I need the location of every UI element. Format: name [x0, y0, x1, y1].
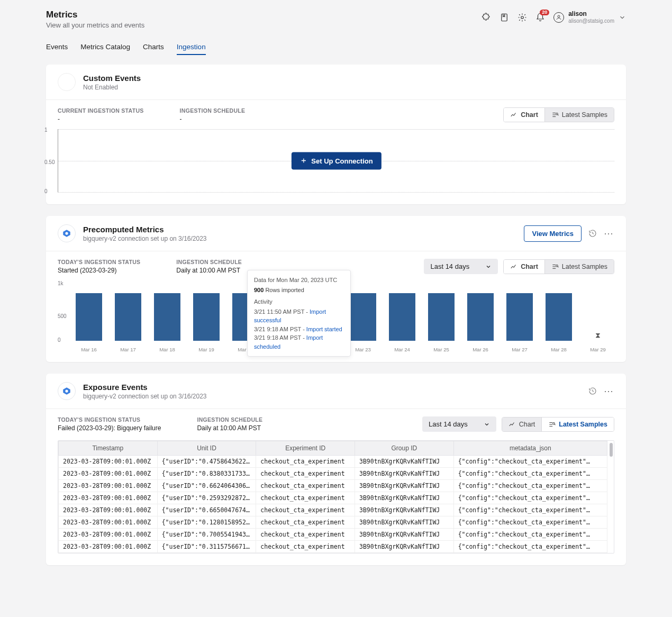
- bookmark-icon[interactable]: [500, 13, 509, 22]
- samples-toggle[interactable]: Latest Samples: [544, 108, 614, 122]
- view-toggle: Chart Latest Samples: [503, 259, 614, 274]
- bar: ⧗: [582, 331, 614, 341]
- table-row[interactable]: 2023-03-28T09:00:01.000Z{"userID":"0.259…: [59, 492, 607, 504]
- tab-metrics-catalog[interactable]: Metrics Catalog: [80, 43, 130, 55]
- empty-chart: 1 0.50 0 Set Up Connection: [58, 129, 614, 193]
- date-range-dropdown[interactable]: Last 14 days: [424, 259, 498, 274]
- column-header[interactable]: Experiment ID: [256, 441, 355, 456]
- bigquery-icon: [58, 382, 76, 400]
- bar: [72, 293, 105, 341]
- chart-tooltip: Data for Mon Mar 20, 2023 UTC 900 Rows i…: [247, 270, 351, 357]
- chevron-down-icon: [485, 264, 492, 270]
- avatar-icon: [553, 12, 564, 23]
- table-row[interactable]: 2023-03-28T09:00:01.000Z{"userID":"0.475…: [59, 456, 607, 468]
- svg-point-1: [521, 16, 524, 19]
- chevron-down-icon: [619, 14, 626, 21]
- table-row[interactable]: 2023-03-28T09:00:01.000Z{"userID":"0.665…: [59, 504, 607, 516]
- svg-point-2: [558, 15, 560, 17]
- card-exposure-events: Exposure Events bigquery-v2 connection s…: [46, 374, 626, 565]
- schedule-value: Daily at 10:00 AM PST: [197, 424, 262, 432]
- bar: [503, 293, 536, 341]
- table-row[interactable]: 2023-03-28T09:00:01.000Z{"userID":"0.838…: [59, 468, 607, 480]
- puzzle-icon[interactable]: [482, 13, 491, 22]
- samples-table: TimestampUnit IDExperiment IDGroup IDmet…: [58, 440, 614, 554]
- chart-toggle[interactable]: Chart: [502, 418, 542, 431]
- table-row[interactable]: 2023-03-28T09:00:01.000Z{"userID":"0.311…: [59, 541, 607, 553]
- schedule-label: INGESTION SCHEDULE: [180, 107, 246, 114]
- history-icon[interactable]: [587, 385, 598, 397]
- status-label: TODAY'S INGESTION STATUS: [58, 416, 161, 423]
- date-range-dropdown[interactable]: Last 14 days: [422, 416, 496, 432]
- card-title: Custom Events: [83, 74, 141, 83]
- table-row[interactable]: 2023-03-28T09:00:01.000Z{"userID":"0.700…: [59, 529, 607, 541]
- status-label: TODAY'S INGESTION STATUS: [58, 259, 140, 265]
- tab-ingestion[interactable]: Ingestion: [177, 43, 206, 55]
- schedule-label: INGESTION SCHEDULE: [197, 416, 262, 423]
- chevron-down-icon: [484, 421, 490, 428]
- view-toggle: Chart Latest Samples: [503, 107, 614, 122]
- view-metrics-button[interactable]: View Metrics: [524, 225, 582, 242]
- column-header[interactable]: Group ID: [355, 441, 453, 456]
- bar: [347, 293, 379, 341]
- status-label: CURRENT INGESTION STATUS: [58, 107, 144, 114]
- svg-point-8: [65, 389, 68, 392]
- schedule-label: INGESTION SCHEDULE: [176, 259, 242, 265]
- card-title: Precomputed Metrics: [83, 225, 207, 234]
- bell-icon[interactable]: 20: [535, 13, 545, 22]
- column-header[interactable]: Timestamp: [59, 441, 158, 456]
- source-icon-empty: [58, 73, 76, 91]
- status-value: Failed (2023-03-29): Bigquery failure: [58, 424, 161, 432]
- user-name: alison: [568, 11, 614, 18]
- user-menu[interactable]: alison alison@statsig.com: [553, 11, 626, 24]
- table-row[interactable]: 2023-03-28T09:00:01.000Z{"userID":"0.662…: [59, 480, 607, 492]
- status-value: -: [58, 115, 144, 123]
- more-icon[interactable]: ⋯: [604, 229, 614, 238]
- setup-connection-button[interactable]: Set Up Connection: [291, 152, 381, 169]
- ingestion-bar-chart: 1k 500 0 ⧗ Mar 16Mar 17Mar 18Mar 19Mar 2…: [58, 282, 614, 350]
- column-header[interactable]: metadata_json: [453, 441, 607, 456]
- bar: [151, 293, 184, 341]
- user-email: alison@statsig.com: [568, 18, 614, 24]
- tab-charts[interactable]: Charts: [143, 43, 164, 55]
- samples-toggle[interactable]: Latest Samples: [544, 260, 614, 274]
- history-icon[interactable]: [587, 228, 598, 239]
- schedule-value: Daily at 10:00 AM PST: [176, 267, 242, 274]
- notification-badge: 20: [540, 10, 549, 15]
- svg-point-5: [65, 232, 68, 234]
- status-value: Started (2023-03-29): [58, 267, 140, 274]
- tooltip-activity-link[interactable]: Import started: [306, 326, 342, 332]
- more-icon[interactable]: ⋯: [604, 386, 614, 396]
- bar: [386, 293, 419, 341]
- tab-events[interactable]: Events: [46, 43, 68, 55]
- chart-toggle[interactable]: Chart: [504, 108, 544, 122]
- schedule-value: -: [180, 115, 246, 123]
- svg-rect-0: [502, 14, 507, 21]
- chart-toggle[interactable]: Chart: [504, 260, 544, 274]
- card-subtitle: bigquery-v2 connection set up on 3/16/20…: [83, 393, 207, 400]
- bar: [542, 293, 575, 341]
- bigquery-icon: [58, 224, 76, 242]
- samples-toggle[interactable]: Latest Samples: [541, 418, 614, 431]
- view-toggle: Chart Latest Samples: [502, 417, 614, 432]
- bar: [112, 293, 144, 341]
- card-custom-events: Custom Events Not Enabled CURRENT INGEST…: [46, 65, 626, 204]
- card-title: Exposure Events: [83, 383, 207, 392]
- card-subtitle: Not Enabled: [83, 84, 141, 91]
- table-row[interactable]: 2023-03-28T09:00:01.000Z{"userID":"0.128…: [59, 516, 607, 529]
- hourglass-icon: ⧗: [595, 331, 601, 340]
- bar: [464, 293, 497, 341]
- page-title: Metrics: [46, 10, 144, 20]
- tabs: EventsMetrics CatalogChartsIngestion: [46, 43, 626, 55]
- bar: [425, 293, 458, 341]
- card-precomputed-metrics: Precomputed Metrics bigquery-v2 connecti…: [46, 216, 626, 362]
- bar: [190, 293, 223, 341]
- scrollbar[interactable]: [610, 442, 613, 552]
- column-header[interactable]: Unit ID: [157, 441, 256, 456]
- card-subtitle: bigquery-v2 connection set up on 3/16/20…: [83, 235, 207, 242]
- page-subtitle: View all your metrics and events: [46, 21, 144, 29]
- gear-icon[interactable]: [517, 13, 527, 22]
